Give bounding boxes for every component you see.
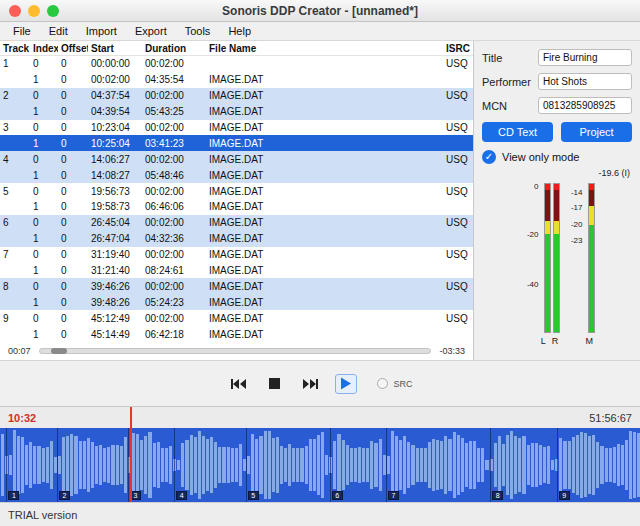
column-header[interactable]: File Name	[206, 43, 443, 54]
close-button[interactable]	[9, 5, 21, 17]
main-area: TrackIndexOffsetStartDurationFile NameIS…	[0, 41, 640, 360]
cell-file-name: IMAGE.DAT	[206, 217, 443, 228]
cell-start: 31:19:40	[88, 249, 142, 260]
column-header[interactable]: Index	[30, 43, 58, 54]
src-radio[interactable]	[377, 378, 388, 389]
cell-index: 1	[30, 170, 58, 181]
meter-scale-label: -40	[527, 279, 539, 288]
cell-file-name: IMAGE.DAT	[206, 106, 443, 117]
cell-duration: 00:02:00	[142, 58, 206, 69]
cell-index: 0	[30, 122, 58, 133]
cell-duration: 00:02:00	[142, 281, 206, 292]
cell-file-name: IMAGE.DAT	[206, 154, 443, 165]
meter-scale-label: -23	[571, 236, 583, 245]
cell-track: 4	[0, 154, 30, 165]
cell-isrc: USQ	[443, 313, 473, 324]
cell-offset: 0	[58, 186, 88, 197]
table-row[interactable]: 8 0 0 39:46:26 00:02:00 IMAGE.DAT USQ	[0, 278, 473, 294]
table-row[interactable]: 1 0 0 00:00:00 00:02:00 USQ	[0, 56, 473, 72]
seek-slider[interactable]	[39, 348, 432, 354]
stop-icon	[269, 378, 280, 389]
waveform-ruler[interactable]: 10:32 51:56:67	[0, 406, 640, 428]
cell-duration: 00:02:00	[142, 154, 206, 165]
cd-text-button[interactable]: CD Text	[482, 122, 553, 142]
cell-file-name: IMAGE.DAT	[206, 170, 443, 181]
current-position-time: 10:32	[8, 412, 36, 424]
track-marker[interactable]: 4	[176, 491, 187, 500]
waveform-playhead	[130, 428, 132, 502]
play-button[interactable]	[335, 374, 357, 394]
track-marker[interactable]: 8	[492, 491, 503, 500]
table-row[interactable]: 1 0 45:14:49 06:42:18 IMAGE.DAT	[0, 326, 473, 342]
skip-forward-button[interactable]	[299, 374, 321, 394]
column-header[interactable]: ISRC	[443, 43, 473, 54]
column-header[interactable]: Offset	[58, 43, 88, 54]
table-row[interactable]: 5 0 0 19:56:73 00:02:00 IMAGE.DAT USQ	[0, 183, 473, 199]
track-marker[interactable]: 5	[248, 491, 259, 500]
meter-label-r: R	[552, 336, 559, 346]
cell-index: 1	[30, 265, 58, 276]
menu-item[interactable]: File	[4, 23, 40, 39]
cell-start: 00:00:00	[88, 58, 142, 69]
skip-forward-icon	[303, 378, 318, 390]
menu-item[interactable]: Import	[77, 23, 126, 39]
cell-start: 19:56:73	[88, 186, 142, 197]
view-only-row[interactable]: ✓ View only mode	[482, 150, 632, 164]
skip-back-button[interactable]	[227, 374, 249, 394]
table-row[interactable]: 1 0 31:21:40 08:24:61 IMAGE.DAT	[0, 263, 473, 279]
cell-isrc: USQ	[443, 90, 473, 101]
view-only-checkbox[interactable]: ✓	[482, 150, 496, 164]
performer-input[interactable]: Hot Shots	[538, 73, 632, 90]
track-boundary-line	[6, 428, 7, 502]
project-button[interactable]: Project	[561, 122, 632, 142]
mcn-input[interactable]: 0813285908925	[538, 97, 632, 114]
traffic-lights	[9, 5, 59, 17]
column-header[interactable]: Track	[0, 43, 30, 54]
meter-scale-label: -14	[571, 188, 583, 197]
cell-index: 1	[30, 201, 58, 212]
cell-offset: 0	[58, 249, 88, 260]
table-row[interactable]: 1 0 19:58:73 06:46:06 IMAGE.DAT	[0, 199, 473, 215]
table-row[interactable]: 1 0 10:25:04 03:41:23 IMAGE.DAT	[0, 135, 473, 151]
title-label: Title	[482, 52, 538, 64]
menu-item[interactable]: Edit	[40, 23, 77, 39]
stop-button[interactable]	[263, 374, 285, 394]
track-marker[interactable]: 2	[59, 491, 70, 500]
seek-handle[interactable]	[51, 348, 67, 354]
table-row[interactable]: 2 0 0 04:37:54 00:02:00 IMAGE.DAT USQ	[0, 88, 473, 104]
title-input[interactable]: Fire Burning	[538, 49, 632, 66]
elapsed-time: 00:07	[8, 346, 31, 356]
cell-offset: 0	[58, 170, 88, 181]
track-boundary-line	[128, 428, 129, 502]
track-marker[interactable]: 9	[559, 491, 570, 500]
table-row[interactable]: 1 0 39:48:26 05:24:23 IMAGE.DAT	[0, 294, 473, 310]
table-row[interactable]: 9 0 0 45:12:49 00:02:00 IMAGE.DAT USQ	[0, 310, 473, 326]
table-row[interactable]: 1 0 14:08:27 05:48:46 IMAGE.DAT	[0, 167, 473, 183]
table-row[interactable]: 6 0 0 26:45:04 00:02:00 IMAGE.DAT USQ	[0, 215, 473, 231]
table-row[interactable]: 4 0 0 14:06:27 00:02:00 IMAGE.DAT USQ	[0, 151, 473, 167]
column-header[interactable]: Duration	[142, 43, 206, 54]
minimize-button[interactable]	[28, 5, 40, 17]
table-row[interactable]: 1 0 04:39:54 05:43:25 IMAGE.DAT	[0, 104, 473, 120]
table-row[interactable]: 1 0 00:02:00 04:35:54 IMAGE.DAT	[0, 72, 473, 88]
table-row[interactable]: 7 0 0 31:19:40 00:02:00 IMAGE.DAT USQ	[0, 247, 473, 263]
transport-bar: SRC	[0, 360, 640, 406]
cell-index: 0	[30, 90, 58, 101]
track-marker[interactable]: 1	[8, 491, 19, 500]
table-row[interactable]: 1 0 26:47:04 04:32:36 IMAGE.DAT	[0, 231, 473, 247]
table-row[interactable]: 3 0 0 10:23:04 00:02:00 IMAGE.DAT USQ	[0, 120, 473, 136]
column-header[interactable]: Start	[88, 43, 142, 54]
menu-item[interactable]: Tools	[176, 23, 220, 39]
performer-field-row: Performer Hot Shots	[482, 73, 632, 90]
menu-item[interactable]: Help	[219, 23, 260, 39]
track-marker[interactable]: 6	[332, 491, 343, 500]
meter-scale-m: -14-17-20-23	[564, 183, 586, 333]
track-marker[interactable]: 7	[388, 491, 399, 500]
waveform-canvas[interactable]: 123456789	[0, 428, 640, 502]
menu-item[interactable]: Export	[126, 23, 176, 39]
zoom-button[interactable]	[47, 5, 59, 17]
seek-row: 00:07 -03:33	[0, 342, 473, 360]
meter-scale-label: -20	[571, 219, 583, 228]
cell-file-name: IMAGE.DAT	[206, 281, 443, 292]
cell-offset: 0	[58, 106, 88, 117]
